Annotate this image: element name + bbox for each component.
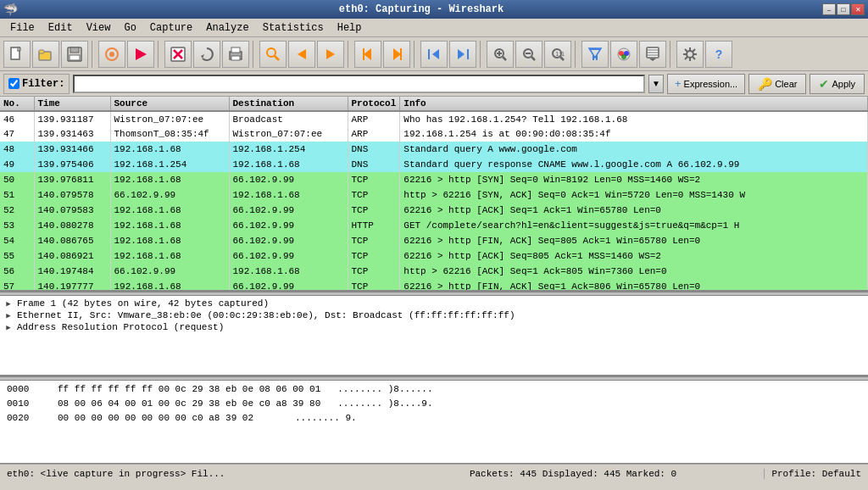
go-prev-btn[interactable] [354, 41, 381, 68]
expression-icon: + [675, 77, 682, 90]
new-capture-btn[interactable] [3, 41, 31, 68]
detail-row-text: Frame 1 (42 bytes on wire, 42 bytes capt… [17, 298, 269, 309]
capture-filter-btn[interactable] [581, 41, 609, 68]
table-row[interactable]: 56140.19748466.102.9.99192.168.1.68TCPht… [0, 264, 868, 279]
help-btn[interactable]: ? [705, 41, 732, 68]
table-row[interactable]: 49139.975406192.168.1.254192.168.1.68DNS… [0, 157, 868, 172]
expand-triangle-icon[interactable]: ▶ [3, 322, 14, 332]
table-row[interactable]: 51140.07957866.102.9.99192.168.1.68TCPht… [0, 187, 868, 203]
zoom-in-btn[interactable] [487, 41, 514, 68]
filter-dropdown-btn[interactable]: ▼ [648, 75, 664, 93]
expression-btn[interactable]: + Expression... [667, 74, 745, 94]
table-row[interactable]: 47139.931463ThomsonT_08:35:4fWistron_07:… [0, 126, 868, 142]
hex-pane[interactable]: 0000ff ff ff ff ff ff 00 0c 29 38 eb 0e … [0, 381, 868, 464]
svg-line-17 [275, 56, 279, 60]
svg-point-16 [267, 48, 275, 57]
reset-zoom-btn[interactable]: 1:1 [544, 41, 571, 68]
svg-rect-4 [70, 47, 79, 53]
menu-capture[interactable]: Capture [143, 20, 199, 36]
first-pkt-btn[interactable] [420, 41, 448, 68]
detail-row[interactable]: ▶Ethernet II, Src: Vmware_38:eb:0e (00:0… [2, 309, 866, 321]
svg-line-29 [503, 57, 506, 60]
svg-marker-8 [136, 48, 147, 60]
next-packet-btn[interactable] [317, 41, 344, 68]
detail-pane[interactable]: ▶Frame 1 (42 bytes on wire, 42 bytes cap… [0, 296, 868, 376]
preferences-btn[interactable] [676, 41, 704, 68]
close-capture-btn[interactable] [164, 41, 192, 68]
expand-triangle-icon[interactable]: ▶ [3, 310, 14, 320]
col-header-dest: Destination [229, 97, 348, 111]
auto-scroll-btn[interactable] [639, 41, 666, 68]
menu-edit[interactable]: Edit [42, 20, 80, 36]
menu-statistics[interactable]: Statistics [256, 20, 331, 36]
table-row[interactable]: 50139.976811192.168.1.6866.102.9.99TCP62… [0, 172, 868, 187]
menu-file[interactable]: File [3, 20, 42, 36]
table-row[interactable]: 54140.086765192.168.1.6866.102.9.99TCP62… [0, 233, 868, 248]
start-capture-btn[interactable] [127, 41, 154, 68]
reload-btn[interactable] [193, 41, 220, 68]
svg-rect-2 [39, 50, 44, 53]
table-row[interactable]: 48139.931466192.168.1.68192.168.1.254DNS… [0, 142, 868, 157]
col-header-no: No. [0, 97, 34, 111]
menu-go[interactable]: Go [117, 20, 142, 36]
filterbar: Filter: ▼ + Expression... 🔑 Clear ✔ Appl… [0, 71, 868, 97]
svg-marker-25 [432, 49, 439, 59]
svg-rect-5 [70, 55, 80, 60]
find-btn[interactable] [259, 41, 287, 68]
capture-options-btn[interactable] [98, 41, 125, 68]
toolbar-sep-2 [158, 41, 161, 68]
toolbar-sep-7 [575, 41, 578, 68]
maximize-btn[interactable]: □ [837, 3, 850, 15]
table-row[interactable]: 52140.079583192.168.1.6866.102.9.99TCP62… [0, 203, 868, 218]
filter-label-text: Filter: [22, 78, 64, 90]
menu-view[interactable]: View [80, 20, 118, 36]
svg-text:1:1: 1:1 [555, 50, 565, 58]
filter-checkbox[interactable] [8, 78, 19, 89]
expand-triangle-icon[interactable]: ▶ [3, 298, 14, 309]
menu-help[interactable]: Help [331, 20, 369, 36]
svg-rect-26 [467, 49, 469, 59]
svg-marker-20 [364, 48, 371, 60]
toolbar: 1:1 ? [0, 37, 868, 71]
menu-analyze[interactable]: Analyze [199, 20, 255, 36]
last-pkt-btn[interactable] [449, 41, 476, 68]
table-header: No. Time Source Destination Protocol Inf… [0, 97, 868, 111]
minimize-btn[interactable]: – [822, 3, 836, 15]
table-row[interactable]: 53140.080278192.168.1.6866.102.9.99HTTPG… [0, 218, 868, 233]
window-controls: – □ ✕ [822, 3, 865, 15]
save-btn[interactable] [61, 41, 88, 68]
hex-ascii: ........ )8....9. [337, 397, 432, 411]
svg-marker-50 [649, 58, 656, 61]
prev-packet-btn[interactable] [288, 41, 315, 68]
col-header-source: Source [110, 97, 229, 111]
toolbar-sep-6 [480, 41, 483, 68]
svg-line-33 [531, 57, 535, 60]
svg-point-51 [687, 51, 693, 58]
hex-row: 001008 00 06 04 00 01 00 0c 29 38 eb 0e … [7, 397, 861, 411]
close-btn[interactable]: ✕ [851, 3, 865, 15]
go-next-btn[interactable] [383, 41, 410, 68]
detail-row[interactable]: ▶Address Resolution Protocol (request) [2, 321, 866, 333]
table-row[interactable]: 57140.197777192.168.1.6866.102.9.99TCP62… [0, 279, 868, 292]
filter-input[interactable] [73, 75, 645, 93]
detail-row[interactable]: ▶Frame 1 (42 bytes on wire, 42 bytes cap… [2, 298, 866, 309]
toolbar-sep-3 [253, 41, 256, 68]
table-row[interactable]: 46139.931187Wistron_07:07:eeBroadcastARP… [0, 111, 868, 126]
apply-label: Apply [832, 79, 855, 89]
clear-filter-btn[interactable]: 🔑 Clear [748, 74, 806, 94]
apply-filter-btn[interactable]: ✔ Apply [810, 74, 865, 94]
colorize-btn[interactable] [610, 41, 637, 68]
packet-table: No. Time Source Destination Protocol Inf… [0, 97, 868, 292]
hex-row: 0000ff ff ff ff ff ff 00 0c 29 38 eb 0e … [7, 382, 861, 397]
print-btn[interactable] [222, 41, 249, 68]
hex-ascii: ........ 9. [295, 411, 357, 426]
packet-list[interactable]: No. Time Source Destination Protocol Inf… [0, 97, 868, 292]
table-row[interactable]: 55140.086921192.168.1.6866.102.9.99TCP62… [0, 248, 868, 264]
svg-point-45 [621, 54, 626, 59]
open-btn[interactable] [32, 41, 59, 68]
filter-label: Filter: [3, 74, 70, 94]
hex-offset: 0000 [7, 382, 41, 397]
toolbar-sep-4 [348, 41, 351, 68]
zoom-out-btn[interactable] [515, 41, 542, 68]
window-title: eth0: Capturing - Wireshark [20, 3, 822, 15]
